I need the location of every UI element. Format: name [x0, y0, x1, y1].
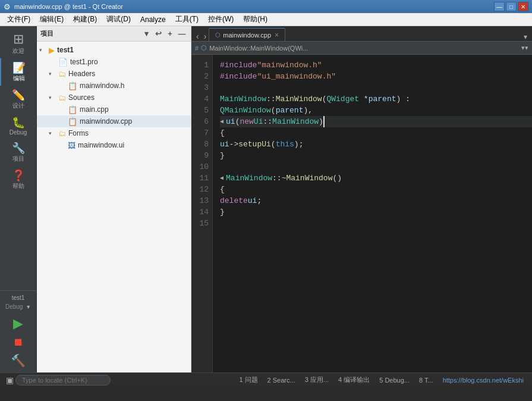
- sidebar-edit[interactable]: 📝 编辑: [0, 58, 36, 86]
- close-button[interactable]: ✕: [518, 2, 528, 11]
- project-label: 项目: [12, 155, 24, 163]
- project-panel: 项目 ▾ ↩ + — ▾ ▶ test1 📄 test1.pro ▾ 🗂: [37, 26, 191, 372]
- line-num-14: 14: [191, 206, 209, 218]
- tab-mainwindow-cpp[interactable]: ⬡ mainwindow.cpp ×: [209, 28, 285, 41]
- menu-item-analyze[interactable]: Analyze: [136, 14, 171, 25]
- run-controls: test1 Debug ▼ ▶ ⏹ 🔨: [0, 290, 36, 372]
- menubar: 文件(F)编辑(E)构建(B)调试(D)Analyze工具(T)控件(W)帮助(…: [0, 13, 532, 26]
- sidebar-debug[interactable]: 🐛 Debug: [0, 113, 36, 139]
- sidebar-welcome[interactable]: ⊞ 欢迎: [0, 29, 36, 58]
- proj-filter-btn[interactable]: ▾: [141, 29, 152, 39]
- edit-icon: 📝: [12, 61, 26, 74]
- status-issues[interactable]: 1 问题: [234, 374, 262, 386]
- design-icon: ✏️: [12, 89, 25, 102]
- code-line-3: [220, 82, 532, 93]
- line-numbers: 1 2 3 4 5 6 7 8 9 10 11 12 13 14 15: [191, 55, 213, 372]
- help-label: 帮助: [12, 182, 24, 190]
- run-button[interactable]: ▶: [11, 314, 26, 334]
- line-num-2: 2: [191, 71, 209, 82]
- tree-item-test1[interactable]: ▾ ▶ test1: [37, 44, 191, 56]
- expand-arrow: ▾: [49, 130, 58, 136]
- code-line-5: QMainWindow(parent),: [220, 105, 532, 116]
- left-sidebar: ⊞ 欢迎 📝 编辑 ✏️ 设计 🐛 Debug 🔧 项目 ❓ 帮助 test1: [0, 26, 37, 372]
- cpp-file-icon: 📋: [68, 105, 77, 114]
- titlebar: ⚙ mainwindow.cpp @ test1 - Qt Creator — …: [0, 0, 532, 13]
- tree-item-label: mainwindow.cpp: [80, 117, 132, 126]
- tree-item-mainwindow-cpp[interactable]: 📋 mainwindow.cpp: [37, 115, 191, 127]
- status-search[interactable]: 2 Searc...: [263, 375, 300, 385]
- h-file-icon: 📋: [68, 82, 77, 90]
- tree-item-test1pro[interactable]: 📄 test1.pro: [37, 56, 191, 68]
- edit-label: 编辑: [13, 74, 25, 83]
- title-text: mainwindow.cpp @ test1 - Qt Creator: [14, 3, 494, 10]
- stop-button[interactable]: ⏹: [11, 334, 26, 351]
- build-button[interactable]: 🔨: [8, 351, 28, 370]
- sidebar-design[interactable]: ✏️ 设计: [0, 86, 36, 113]
- line-num-1: 1: [191, 59, 209, 71]
- code-line-4: MainWindow::MainWindow(QWidget *parent) …: [220, 93, 532, 105]
- expand-arrow: ▾: [49, 71, 58, 77]
- app-icon: ⚙: [4, 2, 11, 11]
- tree-item-label: test1.pro: [70, 58, 98, 66]
- status-misc[interactable]: 8 T...: [414, 375, 438, 385]
- line-num-12: 12: [191, 184, 209, 195]
- tree-item-label: main.cpp: [80, 105, 109, 114]
- header-options-btn[interactable]: ▾▾: [521, 44, 528, 52]
- tree-item-main-cpp[interactable]: 📋 main.cpp: [37, 104, 191, 115]
- code-text[interactable]: #include "mainwindow.h" #include "ui_mai…: [213, 55, 532, 372]
- tab-close-btn[interactable]: ×: [275, 31, 279, 39]
- menu-item-b[interactable]: 构建(B): [68, 13, 102, 26]
- tree-item-label: mainwindow.ui: [78, 141, 124, 149]
- proj-sync-btn[interactable]: ↩: [153, 29, 163, 39]
- tree-item-label: Headers: [68, 70, 95, 78]
- debug-label: Debug: [10, 129, 27, 136]
- locate-search-input[interactable]: [15, 375, 111, 386]
- menu-item-h[interactable]: 帮助(H): [238, 13, 272, 26]
- cpp-file-icon2: 📋: [68, 117, 77, 126]
- menu-item-d[interactable]: 调试(D): [102, 13, 136, 26]
- hash-icon: #: [195, 45, 199, 52]
- expand-arrow: ▾: [39, 47, 49, 53]
- maximize-button[interactable]: □: [506, 2, 517, 11]
- sidebar-help[interactable]: ❓ 帮助: [0, 166, 36, 193]
- line-num-10: 10: [191, 161, 209, 173]
- status-debug[interactable]: 5 Debug...: [374, 375, 414, 385]
- status-compile[interactable]: 4 编译输出: [333, 374, 374, 386]
- breadcrumb-text: MainWindow::MainWindow(QWi...: [209, 45, 308, 52]
- tab-prev-btn[interactable]: ‹: [194, 32, 202, 41]
- proj-add-btn[interactable]: +: [165, 29, 175, 39]
- tree-item-sources[interactable]: ▾ 🗂 Sources: [37, 92, 191, 104]
- tree-item-forms[interactable]: ▾ 🗂 Forms: [37, 127, 191, 139]
- proj-collapse-btn[interactable]: —: [177, 29, 187, 39]
- minimize-button[interactable]: —: [494, 2, 505, 11]
- line-num-4: 4: [191, 93, 209, 105]
- debug-target-label: test1: [12, 293, 25, 302]
- line-num-8: 8: [191, 139, 209, 150]
- code-line-6: ◀ui(new Ui::MainWindow): [220, 116, 532, 127]
- sources-icon: 🗂: [58, 93, 66, 102]
- tab-options-btn[interactable]: ▾: [521, 33, 530, 41]
- line-num-15: 15: [191, 218, 209, 229]
- menu-item-t[interactable]: 工具(T): [171, 13, 203, 26]
- line-num-11: 11: [191, 173, 209, 184]
- tree-item-headers[interactable]: ▾ 🗂 Headers: [37, 68, 191, 80]
- csdn-link[interactable]: https://blog.csdn.net/wEkshi: [438, 375, 528, 385]
- editor-header-bar: # ⬡ MainWindow::MainWindow(QWi... ▾▾: [191, 42, 532, 55]
- menu-item-e[interactable]: 编辑(E): [35, 13, 68, 26]
- status-app[interactable]: 3 应用...: [300, 374, 333, 386]
- window-controls: — □ ✕: [494, 2, 528, 11]
- sidebar-project[interactable]: 🔧 项目: [0, 139, 36, 166]
- bottom-sidebar-icon[interactable]: ▣: [4, 375, 15, 385]
- editor-area: ‹ › ⬡ mainwindow.cpp × ▾ # ⬡ MainWindow:…: [191, 26, 532, 372]
- code-editor[interactable]: 1 2 3 4 5 6 7 8 9 10 11 12 13 14 15 #inc…: [191, 55, 532, 372]
- tree-item-mainwindow-h[interactable]: 📋 mainwindow.h: [37, 80, 191, 92]
- project-tree: ▾ ▶ test1 📄 test1.pro ▾ 🗂 Headers 📋 main…: [37, 42, 191, 372]
- code-line-1: #include "mainwindow.h": [220, 59, 532, 71]
- tab-next-btn[interactable]: ›: [202, 32, 209, 41]
- code-line-11: ◀MainWindow::~MainWindow(): [220, 173, 532, 184]
- menu-item-w[interactable]: 控件(W): [203, 13, 238, 26]
- editor-tabs: ‹ › ⬡ mainwindow.cpp × ▾: [191, 26, 532, 42]
- tree-item-mainwindow-ui[interactable]: 🖼 mainwindow.ui: [37, 139, 191, 151]
- menu-item-f[interactable]: 文件(F): [2, 13, 35, 26]
- line-num-5: 5: [191, 105, 209, 116]
